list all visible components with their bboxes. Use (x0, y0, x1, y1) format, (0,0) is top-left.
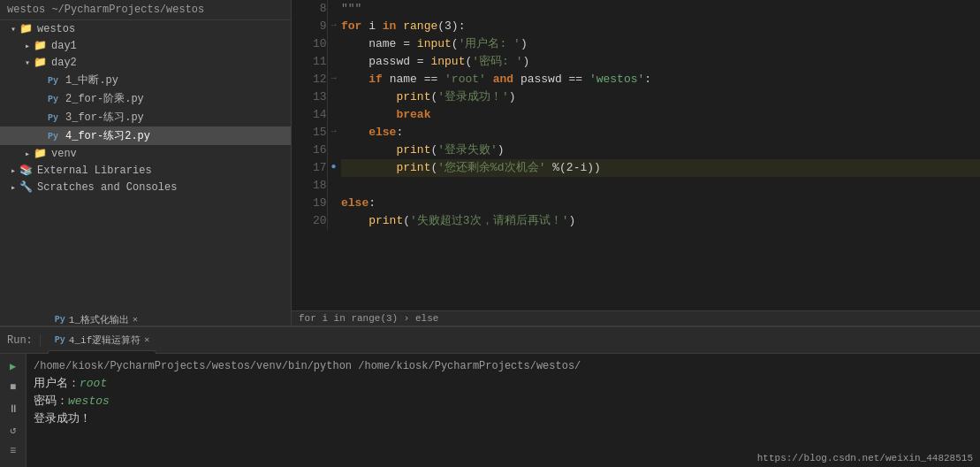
gutter (327, 212, 341, 230)
run-rerun-button[interactable]: ↺ (4, 421, 22, 439)
sidebar-item-label: Scratches and Consoles (37, 181, 177, 194)
code-line: break (341, 106, 980, 124)
folder-icon: 📁 (19, 22, 34, 35)
run-tab-label: 1_格式化输出 (69, 313, 129, 326)
gutter: → (327, 124, 341, 142)
run-label: Run: (7, 334, 41, 347)
tree-arrow: ▸ (21, 149, 34, 159)
gutter-marker: → (328, 73, 340, 83)
table-row: 13 print('登录成功！') (292, 88, 980, 106)
folder-icon: 📁 (34, 39, 48, 52)
editor-area: 8"""9→for i in range(3):10 name = input(… (292, 0, 980, 325)
run-output-line3: 登录成功！ (34, 410, 973, 428)
line-number: 16 (292, 142, 327, 159)
editor-content[interactable]: 8"""9→for i in range(3):10 name = input(… (292, 0, 980, 310)
code-line: else: (341, 124, 980, 142)
sidebar-item-day1[interactable]: ▸📁day1 (0, 37, 291, 54)
folder-icon: 📁 (34, 147, 48, 160)
table-row: 15→ else: (292, 124, 980, 142)
run-output-line2: 密码：westos (34, 393, 973, 410)
py-file-icon: Py (48, 111, 62, 124)
table-row: 11 passwd = input('密码: ') (292, 53, 980, 71)
sidebar-item-venv[interactable]: ▸📁venv (0, 145, 291, 162)
sidebar-items: ▾📁westos▸📁day1▾📁day2Py1_中断.pyPy2_for-阶乘.… (0, 20, 291, 195)
gutter (327, 177, 341, 195)
code-line: print('登录成功！') (341, 88, 980, 106)
sidebar-item-day2[interactable]: ▾📁day2 (0, 54, 291, 71)
code-line: for i in range(3): (341, 18, 980, 35)
scratch-icon: 🔧 (19, 180, 34, 194)
run-scroll-button[interactable]: ≡ (4, 442, 22, 460)
table-row: 10 name = input('用户名: ') (292, 35, 980, 53)
line-number: 11 (292, 53, 327, 71)
run-tab-tab1[interactable]: Py1_格式化输出✕ (48, 310, 156, 330)
run-stop-button[interactable]: ■ (4, 379, 22, 396)
folder-icon: 📁 (34, 56, 48, 69)
run-content-wrapper: /home/kiosk/PycharmProjects/westos/venv/… (27, 354, 980, 467)
gutter (327, 106, 341, 124)
code-line: print('您还剩余%d次机会' %(2-i)) (341, 159, 980, 177)
table-row: 18 (292, 177, 980, 195)
gutter-marker: ● (328, 162, 340, 172)
run-pause-button[interactable]: ⏸ (4, 400, 22, 417)
code-line: print('失败超过3次，请稍后再试！') (341, 212, 980, 230)
code-line: print('登录失败') (341, 142, 980, 159)
tree-arrow: ▸ (21, 41, 34, 51)
sidebar-item-westos[interactable]: ▾📁westos (0, 20, 291, 37)
sidebar-item-file2[interactable]: Py2_for-阶乘.py (0, 89, 291, 108)
run-tab-label: 4_if逻辑运算符 (69, 333, 141, 347)
sidebar-item-label: 2_for-阶乘.py (65, 91, 144, 106)
code-line: """ (341, 0, 980, 18)
run-path-line: /home/kiosk/PycharmProjects/westos/venv/… (34, 357, 973, 375)
line-number: 13 (292, 88, 327, 106)
py-file-icon: Py (48, 93, 62, 105)
gutter: ● (327, 159, 341, 177)
tree-arrow: ▸ (7, 182, 19, 193)
run-tab-tab2[interactable]: Py4_if逻辑运算符✕ (48, 330, 156, 350)
line-number: 12 (292, 71, 327, 88)
code-table: 8"""9→for i in range(3):10 name = input(… (292, 0, 980, 230)
sidebar-item-file1[interactable]: Py1_中断.py (0, 71, 291, 89)
tree-arrow: ▸ (7, 165, 19, 176)
sidebar-item-extlibs[interactable]: ▸📚External Libraries (0, 162, 291, 179)
run-output: /home/kiosk/PycharmProjects/westos/venv/… (27, 354, 980, 432)
sidebar-header: westos ~/PycharmProjects/westos (0, 0, 291, 20)
line-number: 19 (292, 195, 327, 212)
gutter-marker: → (328, 20, 340, 30)
sidebar-item-label: day2 (51, 57, 77, 69)
main-area: westos ~/PycharmProjects/westos ▾📁westos… (0, 0, 980, 325)
gutter (327, 142, 341, 159)
table-row: 12→ if name == 'root' and passwd == 'wes… (292, 71, 980, 88)
table-row: 8""" (292, 0, 980, 18)
sidebar-item-file3[interactable]: Py3_for-练习.py (0, 108, 291, 126)
run-output-line1: 用户名：root (34, 375, 973, 393)
sidebar-item-label: westos (37, 23, 75, 35)
sidebar-item-label: External Libraries (37, 165, 152, 177)
line-number: 18 (292, 177, 327, 195)
table-row: 16 print('登录失败') (292, 142, 980, 159)
sidebar-item-file4[interactable]: Py4_for-练习2.py (0, 126, 291, 145)
py-file-icon: Py (48, 74, 62, 87)
code-line: else: (341, 195, 980, 212)
sidebar-item-scratches[interactable]: ▸🔧Scratches and Consoles (0, 179, 291, 195)
line-number: 9 (292, 18, 327, 35)
sidebar-item-label: 3_for-练习.py (65, 110, 144, 125)
run-tab-close[interactable]: ✕ (133, 314, 138, 325)
gutter (327, 195, 341, 212)
table-row: 20 print('失败超过3次，请稍后再试！') (292, 212, 980, 230)
py-tab-icon: Py (55, 335, 65, 345)
run-tab-close[interactable]: ✕ (144, 334, 149, 345)
run-panel: Run: Py1_格式化输出✕Py4_if逻辑运算符✕Py4_for-练习2✕ … (0, 325, 980, 467)
breadcrumb-text: for i in range(3) › else (299, 313, 438, 324)
gutter-marker: → (328, 126, 340, 136)
run-body: ▶ ■ ⏸ ↺ ≡ /home/kiosk/PycharmProjects/we… (0, 354, 980, 467)
breadcrumb-bar: for i in range(3) › else (292, 310, 980, 325)
table-row: 17● print('您还剩余%d次机会' %(2-i)) (292, 159, 980, 177)
gutter (327, 88, 341, 106)
line-number: 10 (292, 35, 327, 53)
run-tabs: Run: Py1_格式化输出✕Py4_if逻辑运算符✕Py4_for-练习2✕ (0, 327, 980, 354)
run-play-button[interactable]: ▶ (4, 357, 22, 375)
sidebar-item-label: venv (51, 148, 77, 160)
sidebar-header-text: westos ~/PycharmProjects/westos (7, 4, 204, 16)
line-number: 17 (292, 159, 327, 177)
